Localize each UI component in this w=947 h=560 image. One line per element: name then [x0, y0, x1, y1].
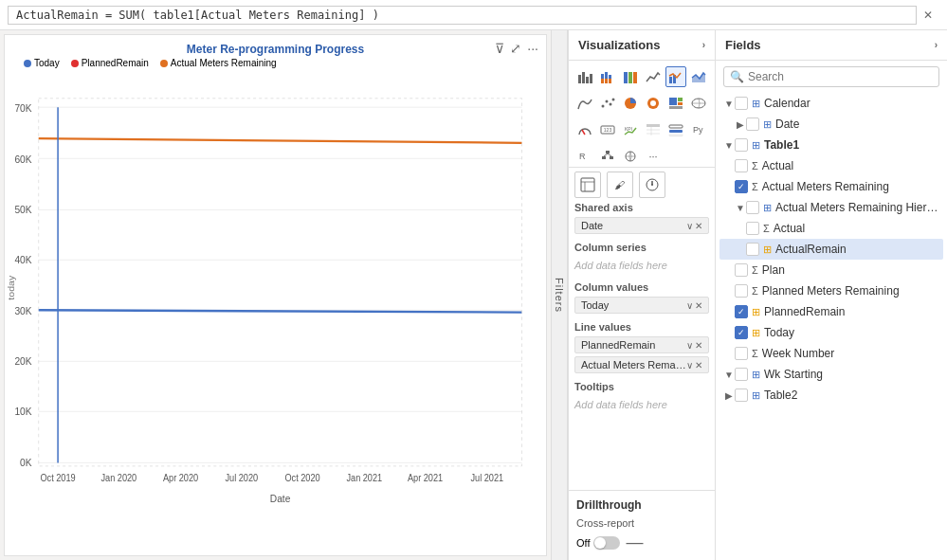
legend-actual-label: Actual Meters Remaining: [171, 58, 277, 68]
viz-r-btn[interactable]: R: [574, 146, 595, 167]
fields-expand-icon[interactable]: ›: [935, 40, 938, 50]
svg-text:40K: 40K: [14, 253, 32, 265]
line-values-planned-remove[interactable]: ✕: [695, 340, 702, 351]
table2-checkbox[interactable]: [735, 388, 748, 402]
date-label: Date: [775, 117, 939, 131]
plan-label: Plan: [762, 263, 939, 277]
ar-checkbox[interactable]: [746, 243, 759, 256]
tree-table1[interactable]: ▼ ⊞ Table1: [719, 135, 943, 155]
actual-checkbox[interactable]: [735, 159, 748, 172]
wn-checkbox[interactable]: [735, 347, 748, 360]
wn-label: Week Number: [762, 347, 939, 360]
calendar-checkbox[interactable]: [735, 97, 748, 110]
tree-today[interactable]: ⊞ Today: [719, 322, 943, 343]
viz-ribbon-btn[interactable]: [574, 93, 595, 114]
shared-axis-date-chevron[interactable]: ∨: [686, 221, 693, 231]
plan-checkbox[interactable]: [735, 263, 748, 277]
viz-scatter-btn[interactable]: [597, 93, 618, 114]
viz-decomp-btn[interactable]: [597, 146, 618, 167]
column-values-today-remove[interactable]: ✕: [695, 300, 702, 311]
svg-point-47: [612, 99, 615, 101]
build-analytics-icon[interactable]: [639, 172, 665, 198]
line-values-actual-pill[interactable]: Actual Meters Remainin ∨ ✕: [574, 356, 709, 373]
viz-treemap-btn[interactable]: [665, 93, 686, 114]
viz-icons-row3: 123 KPI Py: [569, 119, 715, 146]
tree-wk-starting[interactable]: ▼ ⊞ Wk Starting: [719, 364, 943, 385]
viz-kpi-btn[interactable]: KPI: [620, 119, 641, 140]
tree-planned-remain[interactable]: ⊞ PlannedRemain: [719, 301, 943, 322]
viz-more-btn[interactable]: ···: [643, 146, 664, 167]
svg-rect-29: [582, 72, 585, 83]
viz-slicer-btn[interactable]: [665, 119, 686, 140]
more-options-icon[interactable]: ···: [527, 41, 538, 56]
viz-donut-btn[interactable]: [643, 93, 664, 114]
expand-icon[interactable]: ⤢: [510, 41, 521, 56]
line-values-actual-chevron[interactable]: ∨: [686, 360, 693, 370]
viz-area-chart-btn[interactable]: [688, 66, 709, 87]
toggle-track[interactable]: [593, 536, 620, 550]
viz-stacked-bar-btn[interactable]: [597, 66, 618, 87]
amr-checkbox[interactable]: [735, 180, 748, 193]
today-checkbox[interactable]: [735, 326, 748, 339]
formula-close-button[interactable]: ✕: [917, 4, 939, 27]
date-checkbox[interactable]: [746, 117, 759, 131]
viz-python-btn[interactable]: Py: [688, 119, 709, 140]
line-values-label: Line values: [574, 321, 709, 333]
wk-starting-checkbox[interactable]: [735, 368, 748, 381]
column-values-today-pill[interactable]: Today ∨ ✕: [574, 297, 709, 314]
line-values-actual-remove[interactable]: ✕: [695, 360, 702, 370]
viz-bar-chart-btn[interactable]: [574, 66, 595, 87]
viz-line-chart-btn[interactable]: [643, 66, 664, 87]
toggle-line-icon: —: [626, 533, 643, 552]
tree-calendar[interactable]: ▼ ⊞ Calendar: [719, 93, 943, 114]
tree-actual-remain[interactable]: ⊞ ActualRemain: [719, 239, 943, 260]
viz-map-btn[interactable]: [688, 93, 709, 114]
svg-rect-28: [578, 75, 581, 83]
svg-rect-77: [581, 178, 594, 191]
filters-panel[interactable]: Filters: [551, 30, 568, 560]
viz-gauge-btn[interactable]: [574, 119, 595, 140]
viz-matrix-btn[interactable]: [643, 119, 664, 140]
fields-search-input[interactable]: [748, 70, 933, 83]
pmr-checkbox[interactable]: [735, 284, 748, 298]
svg-text:60K: 60K: [14, 153, 32, 165]
tree-actual-meters-remaining[interactable]: Σ Actual Meters Remaining: [719, 176, 943, 197]
table2-icon: ⊞: [752, 389, 760, 402]
table1-label: Table1: [764, 138, 939, 152]
tree-week-number[interactable]: Σ Week Number: [719, 343, 943, 364]
viz-card-btn[interactable]: 123: [597, 119, 618, 140]
svg-text:50K: 50K: [14, 203, 32, 215]
column-values-today-chevron[interactable]: ∨: [686, 300, 693, 311]
shared-axis-date-pill[interactable]: Date ∨ ✕: [574, 217, 709, 234]
tree-planned-meters-remaining[interactable]: Σ Planned Meters Remaining: [719, 280, 943, 301]
pmr-label: Planned Meters Remaining: [762, 284, 939, 298]
table1-checkbox[interactable]: [735, 138, 748, 152]
amrh-checkbox[interactable]: [746, 201, 759, 214]
tree-calendar-date[interactable]: ▶ ⊞ Date: [719, 114, 943, 135]
shared-axis-date-remove[interactable]: ✕: [695, 221, 702, 231]
build-format-icon[interactable]: 🖌: [607, 172, 633, 198]
viz-globe-btn[interactable]: [620, 146, 641, 167]
pr-checkbox[interactable]: [735, 305, 748, 318]
tree-amrh-actual[interactable]: Σ Actual: [719, 218, 943, 239]
tree-plan[interactable]: Σ Plan: [719, 260, 943, 280]
amrha-checkbox[interactable]: [746, 222, 759, 235]
viz-pie-btn[interactable]: [620, 93, 641, 114]
line-values-planned-pill[interactable]: PlannedRemain ∨ ✕: [574, 336, 709, 353]
visualizations-expand-icon[interactable]: ›: [702, 40, 705, 50]
toggle-off-row[interactable]: Off —: [576, 533, 707, 552]
svg-rect-30: [586, 77, 589, 83]
filter-icon[interactable]: ⊽: [495, 41, 504, 56]
pr-calc-icon: ⊞: [752, 306, 760, 318]
svg-rect-71: [602, 156, 606, 159]
tree-amr-hierarchy[interactable]: ▼ ⊞ Actual Meters Remaining Hierarchy: [719, 197, 943, 218]
svg-rect-52: [678, 98, 683, 101]
viz-100-bar-btn[interactable]: [620, 66, 641, 87]
date-arrow: ▶: [735, 119, 746, 130]
build-fields-icon[interactable]: [574, 172, 601, 198]
line-values-planned-chevron[interactable]: ∨: [686, 340, 693, 351]
fields-search-box[interactable]: 🔍: [723, 66, 939, 87]
tree-table2[interactable]: ▶ ⊞ Table2: [719, 385, 943, 406]
tree-actual[interactable]: Σ Actual: [719, 155, 943, 176]
viz-combo-chart-btn[interactable]: [665, 66, 686, 87]
